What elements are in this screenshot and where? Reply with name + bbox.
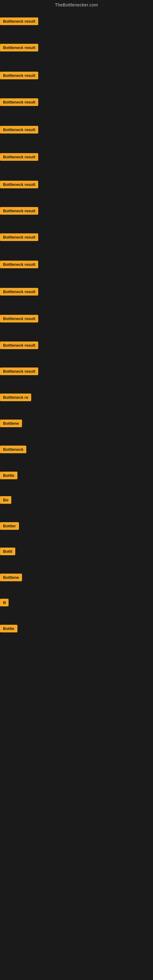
- bottleneck-item-6[interactable]: Bottleneck result: [0, 153, 38, 162]
- bottleneck-item-8[interactable]: Bottleneck result: [0, 207, 38, 216]
- bottleneck-item-2[interactable]: Bottleneck result: [0, 44, 38, 52]
- bottleneck-badge-22: Bottlene: [0, 574, 22, 581]
- bottleneck-item-15[interactable]: Bottleneck re: [0, 393, 31, 402]
- site-title: TheBottlenecker.com: [0, 0, 153, 9]
- bottleneck-badge-10: Bottleneck result: [0, 261, 38, 268]
- bottleneck-item-10[interactable]: Bottleneck result: [0, 261, 38, 269]
- bottleneck-badge-5: Bottleneck result: [0, 126, 38, 134]
- bottleneck-badge-24: Bottle: [0, 625, 18, 632]
- bottleneck-item-24[interactable]: Bottle: [0, 625, 18, 634]
- bottleneck-item-13[interactable]: Bottleneck result: [0, 342, 38, 350]
- bottleneck-item-12[interactable]: Bottleneck result: [0, 315, 38, 324]
- bottleneck-item-14[interactable]: Bottleneck result: [0, 368, 38, 376]
- bottleneck-badge-3: Bottleneck result: [0, 72, 38, 79]
- bottleneck-badge-18: Bottle: [0, 472, 18, 479]
- bottleneck-item-3[interactable]: Bottleneck result: [0, 72, 38, 81]
- bottleneck-badge-14: Bottleneck result: [0, 368, 38, 375]
- bottleneck-badge-19: Bo: [0, 496, 11, 504]
- bottleneck-item-1[interactable]: Bottleneck result: [0, 18, 38, 26]
- bottleneck-badge-7: Bottleneck result: [0, 181, 38, 188]
- bottleneck-item-18[interactable]: Bottle: [0, 472, 18, 480]
- bottleneck-item-22[interactable]: Bottlene: [0, 574, 22, 582]
- bottleneck-item-19[interactable]: Bo: [0, 496, 11, 505]
- bottleneck-badge-2: Bottleneck result: [0, 44, 38, 51]
- bottleneck-badge-17: Bottleneck: [0, 445, 26, 453]
- bottleneck-badge-11: Bottleneck result: [0, 288, 38, 296]
- bottleneck-item-5[interactable]: Bottleneck result: [0, 126, 38, 135]
- bottleneck-item-9[interactable]: Bottleneck result: [0, 233, 38, 242]
- bottleneck-badge-15: Bottleneck re: [0, 393, 31, 401]
- bottleneck-item-20[interactable]: Bottler: [0, 522, 19, 531]
- bottleneck-item-16[interactable]: Bottlene: [0, 420, 22, 428]
- bottleneck-badge-8: Bottleneck result: [0, 207, 38, 215]
- bottleneck-item-21[interactable]: Bottl: [0, 547, 15, 557]
- bottleneck-item-23[interactable]: B: [0, 599, 9, 608]
- bottleneck-item-7[interactable]: Bottleneck result: [0, 181, 38, 189]
- bottleneck-badge-23: B: [0, 599, 9, 606]
- bottleneck-badge-4: Bottleneck result: [0, 98, 38, 106]
- bottleneck-badge-21: Bottl: [0, 547, 15, 555]
- bottleneck-item-17[interactable]: Bottleneck: [0, 445, 26, 455]
- bottleneck-badge-12: Bottleneck result: [0, 315, 38, 323]
- bottleneck-item-4[interactable]: Bottleneck result: [0, 98, 38, 107]
- bottleneck-item-11[interactable]: Bottleneck result: [0, 288, 38, 297]
- bottleneck-badge-16: Bottlene: [0, 420, 22, 427]
- bottleneck-badge-9: Bottleneck result: [0, 233, 38, 241]
- bottleneck-badge-6: Bottleneck result: [0, 153, 38, 161]
- bottleneck-badge-20: Bottler: [0, 522, 19, 530]
- bottleneck-badge-13: Bottleneck result: [0, 342, 38, 349]
- bottleneck-badge-1: Bottleneck result: [0, 18, 38, 25]
